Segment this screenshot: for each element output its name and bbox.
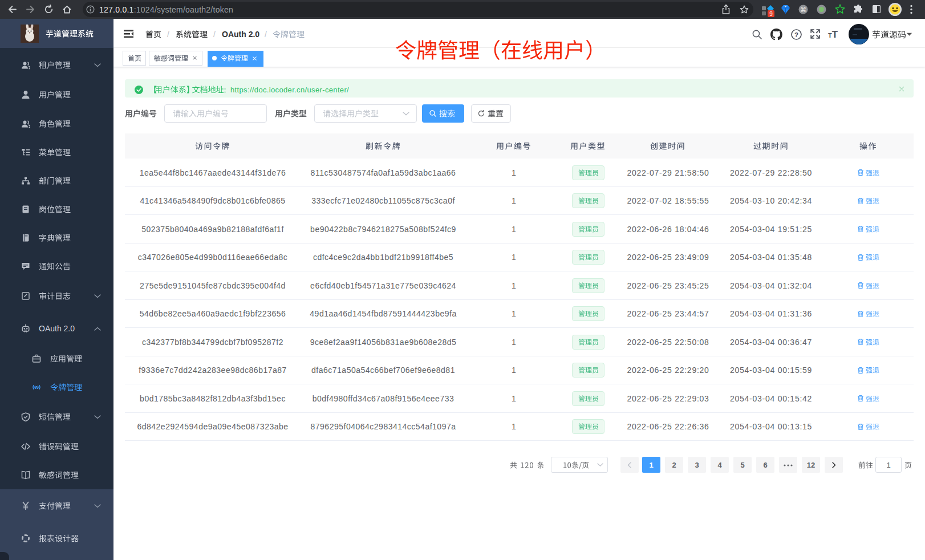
svg-text:⌘: ⌘	[800, 6, 806, 13]
svg-text:A: A	[35, 385, 38, 390]
svg-text:9: 9	[769, 11, 773, 17]
svg-text:?: ?	[794, 31, 798, 38]
